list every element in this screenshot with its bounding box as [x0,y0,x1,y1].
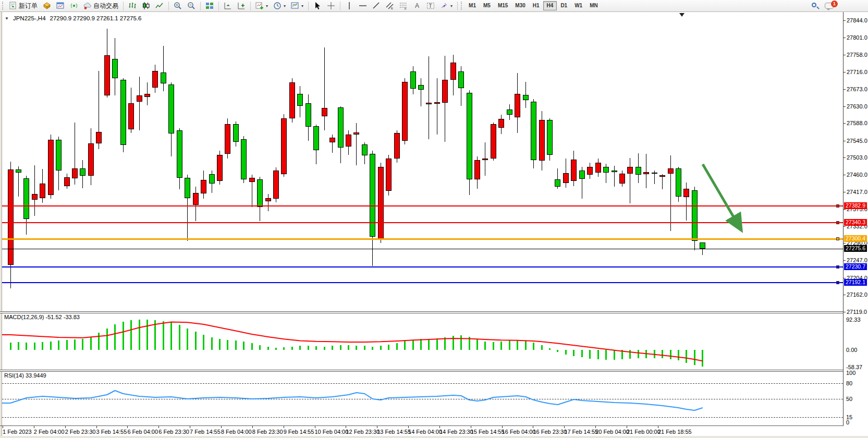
panel-separator[interactable] [0,370,843,372]
label-tool-button[interactable]: T [424,1,437,11]
line-handle[interactable] [836,281,839,284]
macd-histogram-bar [275,348,277,350]
tile-windows-button[interactable] [203,1,216,11]
macd-histogram-bar [283,347,285,350]
time-axis-border [0,425,843,426]
candle-body [563,173,569,183]
time-label: 9 Feb 14:55 [284,429,314,435]
candle-body [177,130,182,178]
crosshair-tool-button[interactable] [324,1,338,11]
macd-histogram-bar [98,333,100,350]
indicators-button[interactable]: ▾ [253,1,271,11]
hline-tool-button[interactable] [356,1,370,11]
signals-button[interactable] [67,1,81,11]
candle-body [168,84,174,134]
cursor-tool-button[interactable] [311,1,324,11]
chart-plot-area[interactable] [0,12,868,438]
panel-separator[interactable] [0,311,843,313]
macd-histogram-bar [597,350,599,359]
svg-text:E: E [391,7,393,10]
rsi-scale-label: 0 [846,419,849,425]
price-level-line[interactable] [2,238,843,240]
timeframe-button-M1[interactable]: M1 [465,1,480,10]
zoom-in-button[interactable] [171,1,185,11]
timeframe-button-W1[interactable]: W1 [571,1,586,10]
macd-histogram-bar [654,350,655,358]
notification-badge[interactable]: 1 [831,1,838,7]
macd-histogram-bar [82,339,83,350]
macd-histogram-bar [154,320,156,350]
macd-histogram-bar [670,350,671,359]
time-tick [564,426,565,428]
price-level-line[interactable] [2,249,843,249]
line-chart-button[interactable] [153,1,166,11]
candle-body [683,189,689,197]
zoom-out-icon [187,2,195,10]
macd-histogram-bar [678,350,679,360]
toolbar-separator [123,2,124,10]
macd-histogram-bar [428,339,430,350]
search-icon[interactable] [811,2,820,10]
window-edge [0,12,2,438]
candlestick-button[interactable] [139,1,153,11]
new-order-button[interactable]: 新订单 [6,1,40,11]
channel-tool-button[interactable]: E [383,1,397,11]
macd-histogram-bar [645,350,647,358]
chart-shift-button[interactable] [235,1,248,11]
candle-body [265,198,271,201]
timeframe-button-MN[interactable]: MN [586,1,602,10]
vline-tool-button[interactable] [343,1,356,11]
one-click-trading-toggle[interactable]: ▼ [5,16,9,21]
auto-scroll-button[interactable] [221,1,235,11]
price-level-line[interactable] [2,266,843,267]
zoom-out-button[interactable] [185,1,198,11]
periods-button[interactable]: ▾ [271,1,288,11]
level-price-badge: 27275.6 [844,245,867,252]
toolbar-grip[interactable] [2,2,4,10]
candle-body [120,80,126,145]
arrows-tool-button[interactable]: ▾ [437,1,455,11]
line-handle[interactable] [836,204,839,208]
main-toolbar: 新订单 自动交易 ▾ ▾ ▾ [0,0,868,12]
shift-marker-icon[interactable] [679,13,684,19]
candle-body [16,169,21,172]
candle-body [627,167,633,174]
autotrading-button[interactable]: 自动交易 [81,1,121,11]
trendline-tool-button[interactable] [370,1,383,11]
text-tool-button[interactable]: A [410,1,424,11]
toolbar-grip[interactable] [461,2,463,10]
time-label: 7 Feb 14:55 [190,429,221,435]
time-tick [439,426,440,428]
price-level-line[interactable] [2,282,843,283]
price-tick [843,55,846,55]
macd-histogram-bar [525,340,527,350]
timeframe-button-M15[interactable]: M15 [494,1,511,10]
line-handle[interactable] [836,221,839,224]
timeframe-button-M5[interactable]: M5 [480,1,494,10]
candle-body [603,167,609,173]
candle-body [48,140,54,195]
candlestick-icon [142,2,150,10]
line-handle[interactable] [836,265,839,269]
rsi-level-50 [2,399,843,399]
fibonacci-tool-button[interactable]: F [397,1,410,11]
candle-body [273,171,279,199]
timeframe-button-D1[interactable]: D1 [557,1,571,10]
timeframe-button-M30[interactable]: M30 [511,1,529,10]
price-level-line[interactable] [2,222,843,223]
price-level-line[interactable] [2,205,843,206]
line-handle[interactable] [836,237,839,240]
candle-body [426,103,432,104]
candle-body [161,72,166,83]
timeframe-button-H1[interactable]: H1 [529,1,543,10]
bar-chart-button[interactable] [126,1,139,11]
new-chart-button[interactable] [40,1,54,11]
templates-button[interactable]: ▾ [288,1,306,11]
arrows-icon [440,2,448,10]
macd-histogram-bar [146,320,148,350]
timeframe-button-H4[interactable]: H4 [543,1,557,10]
profiles-button[interactable] [54,1,67,11]
candle-body [539,120,545,161]
macd-histogram-bar [50,342,52,350]
macd-histogram-bar [460,335,462,350]
